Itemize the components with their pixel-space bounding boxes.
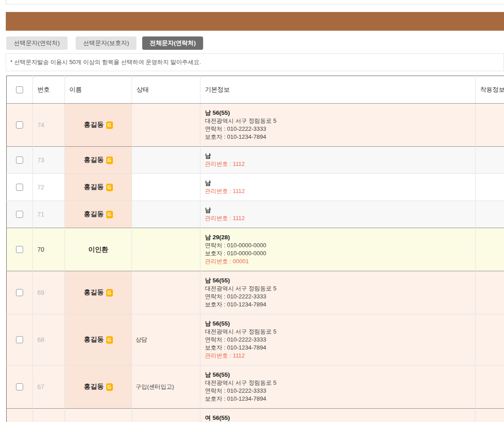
sms-button-group: 선택문자(연락처) 선택문자(보호자) 전체문자(연락처) <box>6 36 504 50</box>
info-line: 연락처 : 010-2222-3333 <box>205 293 471 301</box>
mgmt-number: 관리번호 : 1112 <box>205 352 471 360</box>
all-sms-contact-button[interactable]: 전체문자(연락처) <box>142 36 204 50</box>
row-checkbox[interactable] <box>16 184 23 191</box>
info-title: 남 56(55) <box>205 371 471 379</box>
info-title: 남 56(55) <box>205 320 471 328</box>
table-row: 69 홍길동G 남 56(55) 대전광역시 서구 정림동로 5연락처 : 01… <box>7 271 504 314</box>
name-cell: 홍길동G <box>65 174 132 201</box>
info-line: 보호자 : 010-1234-7894 <box>205 301 471 309</box>
row-checkbox[interactable] <box>16 246 23 253</box>
g-badge-icon: G <box>106 383 113 391</box>
wear-info-cell <box>476 271 504 314</box>
top-divider <box>6 0 504 4</box>
table-row: 73 홍길동G 남 관리번호 : 1112 <box>7 147 504 174</box>
wear-info-cell <box>476 201 504 228</box>
row-checkbox[interactable] <box>16 157 23 164</box>
g-badge-icon: G <box>106 336 113 344</box>
wear-info-cell <box>476 314 504 366</box>
select-all-checkbox[interactable] <box>16 86 23 93</box>
row-checkbox[interactable] <box>16 121 23 129</box>
info-line: 대전광역시 서구 정림동로 5 <box>205 328 471 336</box>
info-line: 대전광역시 서구 정림동로 5 <box>205 379 471 387</box>
wear-info-cell <box>476 409 504 422</box>
info-line: 연락처 : 010-2222-3333 <box>205 125 471 133</box>
table-row: 68 홍길동G 상담 남 56(55) 대전광역시 서구 정림동로 5연락처 :… <box>7 314 504 366</box>
status-text: 상담 <box>136 336 147 343</box>
name-cell: 홍길동G <box>65 201 132 228</box>
wear-info-cell <box>476 228 504 271</box>
table-row: 71 홍길동G 남 관리번호 : 1112 <box>7 201 504 228</box>
g-badge-icon: G <box>106 121 113 129</box>
member-name: 홍길동 <box>84 382 104 390</box>
info-line: 보호자 : 010-1234-7894 <box>205 395 471 403</box>
row-number: 69 <box>37 289 44 296</box>
mgmt-number: 관리번호 : 1112 <box>205 187 471 195</box>
g-badge-icon: G <box>106 211 113 218</box>
info-line: 보호자 : 010-1234-7894 <box>205 133 471 141</box>
row-number: 74 <box>37 121 44 129</box>
info-title: 남 29(28) <box>205 233 471 241</box>
member-table: 번호 이름 상태 기본정보 착용정보 74 홍길동G 남 56(55) 대전광역… <box>6 76 504 422</box>
g-badge-icon: G <box>106 184 113 191</box>
info-lines: 대전광역시 서구 정림동로 5연락처 : 010-2222-3333보호자 : … <box>205 117 471 141</box>
member-name: 홍길동 <box>84 288 104 296</box>
member-name: 이인환 <box>88 245 108 253</box>
name-cell: 홍길동G <box>65 366 132 409</box>
table-row: 67 홍길동G 구입(센터입고) 남 56(55) 대전광역시 서구 정림동로 … <box>7 366 504 409</box>
info-line: 보호자 : 010-1234-7894 <box>205 344 471 352</box>
member-name: 홍길동 <box>84 210 104 217</box>
info-title: 여 56(55) <box>205 414 471 422</box>
table-row: 70 이인환 남 29(28) 연락처 : 010-0000-0000보호자 :… <box>7 228 504 271</box>
info-line: 연락처 : 010-2222-3333 <box>205 387 471 395</box>
mgmt-number: 관리번호 : 1112 <box>205 214 471 222</box>
member-name: 홍길동 <box>84 335 104 343</box>
row-number: 71 <box>37 211 44 218</box>
table-header-row: 번호 이름 상태 기본정보 착용정보 <box>7 76 504 104</box>
row-number: 73 <box>37 157 44 164</box>
table-row: 66 홍길동 여 56(55) 대전광역시 서구 정림동로 5연락처 : 010… <box>7 409 504 422</box>
mgmt-number: 관리번호 : 1112 <box>205 160 471 168</box>
name-cell: 이인환 <box>65 228 132 271</box>
notice-text: * 선택문자발송 이용시 50개 이상의 항목을 선택하여 운영하지 말아주세요… <box>10 58 201 66</box>
info-title: 남 <box>205 152 471 160</box>
wear-info-cell <box>476 174 504 201</box>
select-sms-guardian-button[interactable]: 선택문자(보호자) <box>76 36 137 50</box>
wear-info-cell <box>476 366 504 409</box>
info-line: 연락처 : 010-0000-0000 <box>205 241 471 249</box>
name-cell: 홍길동 <box>65 409 132 422</box>
info-line: 대전광역시 서구 정림동로 5 <box>205 117 471 125</box>
info-lines: 대전광역시 서구 정림동로 5연락처 : 010-2222-3333보호자 : … <box>205 285 471 309</box>
info-lines: 연락처 : 010-0000-0000보호자 : 010-0000-0000 <box>205 241 471 257</box>
header-number: 번호 <box>33 76 65 104</box>
name-cell: 홍길동G <box>65 147 132 174</box>
name-cell: 홍길동G <box>65 271 132 314</box>
row-checkbox[interactable] <box>16 211 23 218</box>
mgmt-number: 관리번호 : 00001 <box>205 257 471 265</box>
select-sms-contact-button[interactable]: 선택문자(연락처) <box>6 36 68 50</box>
row-checkbox[interactable] <box>16 336 23 343</box>
wear-info-cell <box>476 104 504 147</box>
member-name: 홍길동 <box>84 183 104 190</box>
table-row: 74 홍길동G 남 56(55) 대전광역시 서구 정림동로 5연락처 : 01… <box>7 104 504 147</box>
name-cell: 홍길동G <box>65 104 132 147</box>
name-cell: 홍길동G <box>65 314 132 366</box>
info-lines: 대전광역시 서구 정림동로 5연락처 : 010-2222-3333보호자 : … <box>205 328 471 352</box>
info-line: 보호자 : 010-0000-0000 <box>205 249 471 257</box>
info-title: 남 <box>205 206 471 214</box>
row-checkbox[interactable] <box>16 289 23 296</box>
wear-info-cell <box>476 147 504 174</box>
section-header-bar <box>6 12 504 31</box>
g-badge-icon: G <box>106 157 113 164</box>
info-lines: 대전광역시 서구 정림동로 5연락처 : 010-2222-3333보호자 : … <box>205 379 471 403</box>
member-name: 홍길동 <box>84 121 104 128</box>
info-line: 대전광역시 서구 정림동로 5 <box>205 285 471 293</box>
table-row: 72 홍길동G 남 관리번호 : 1112 <box>7 174 504 201</box>
header-status: 상태 <box>132 76 200 104</box>
row-checkbox[interactable] <box>16 383 23 390</box>
status-text: 구입(센터입고) <box>136 383 174 390</box>
info-title: 남 56(55) <box>205 277 471 285</box>
row-number: 72 <box>37 184 44 191</box>
info-title: 남 <box>205 179 471 187</box>
row-number: 70 <box>37 246 44 253</box>
header-basic-info: 기본정보 <box>200 76 476 104</box>
